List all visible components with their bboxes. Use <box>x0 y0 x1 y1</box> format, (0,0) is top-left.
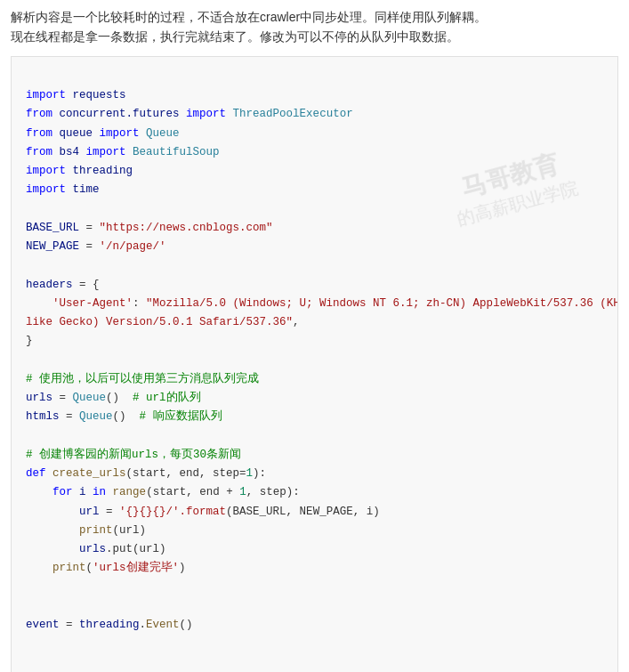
page-container: 解析内容是一个比较耗时的过程，不适合放在crawler中同步处理。同样使用队列解… <box>0 0 629 672</box>
intro-text: 解析内容是一个比较耗时的过程，不适合放在crawler中同步处理。同样使用队列解… <box>0 0 629 56</box>
code-block: import requests from concurrent.futures … <box>11 56 618 672</box>
intro-line2: 现在线程都是拿一条数据，执行完就结束了。修改为可以不停的从队列中取数据。 <box>11 27 618 46</box>
intro-line1: 解析内容是一个比较耗时的过程，不适合放在crawler中同步处理。同样使用队列解… <box>11 7 618 27</box>
